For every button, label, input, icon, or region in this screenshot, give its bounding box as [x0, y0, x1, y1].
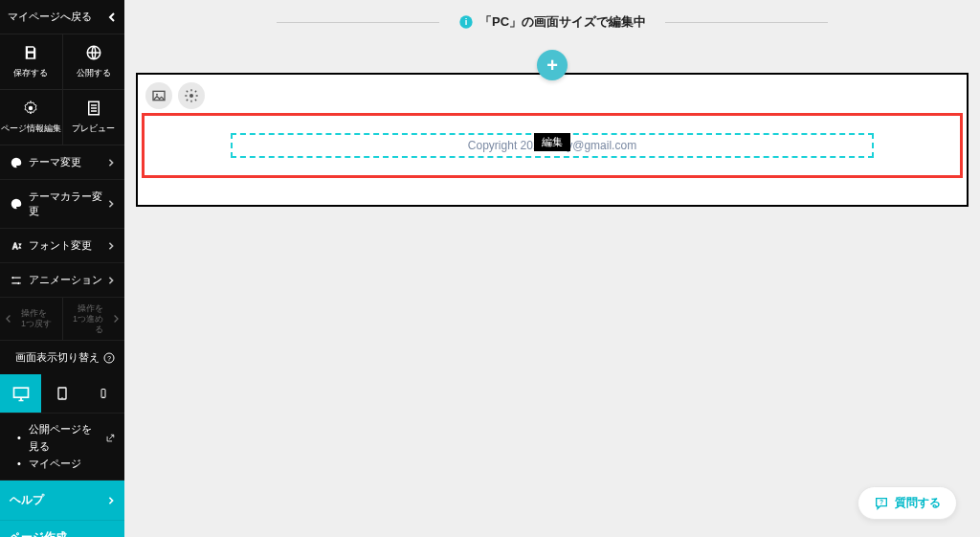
document-icon — [85, 100, 102, 117]
canvas-frame: + 編集 Copyri — [136, 73, 969, 207]
image-tool-button[interactable] — [145, 82, 172, 109]
font-label: フォント変更 — [29, 238, 92, 253]
external-link-icon — [105, 434, 115, 443]
svg-text:i: i — [465, 17, 468, 27]
chevron-right-icon — [107, 276, 115, 285]
help-label: ヘルプ — [10, 492, 44, 508]
pageinfo-button[interactable]: ページ情報編集 — [0, 90, 62, 145]
theme-color-label: テーマカラー変更 — [29, 190, 107, 218]
info-icon: i — [458, 14, 474, 30]
theme-row[interactable]: テーマ変更 — [0, 145, 124, 180]
font-icon — [10, 239, 23, 253]
block-toolbar — [145, 82, 205, 109]
undo-line2: 1つ戻す — [21, 319, 52, 328]
edit-chip[interactable]: 編集 — [534, 133, 570, 151]
chat-icon: ? — [874, 496, 889, 511]
animation-row[interactable]: アニメーション — [0, 263, 124, 298]
link-mypage-label: マイページ — [29, 456, 81, 473]
palette-icon — [10, 156, 23, 169]
theme-color-row[interactable]: テーマカラー変更 — [0, 180, 124, 229]
settings-tool-button[interactable] — [178, 82, 205, 109]
pageinfo-label: ページ情報編集 — [1, 123, 61, 135]
font-row[interactable]: フォント変更 — [0, 229, 124, 263]
animation-label: アニメーション — [29, 273, 102, 287]
svg-point-1 — [29, 106, 33, 111]
back-to-mypage[interactable]: マイページへ戻る — [0, 0, 124, 34]
svg-text:?: ? — [880, 498, 883, 504]
redo-line2: 1つ進める — [73, 314, 103, 334]
selected-block[interactable]: 編集 Copyright 2023 adily@gmail.com — [142, 113, 963, 178]
consult-line1: ページ作成 — [10, 530, 67, 537]
globe-icon — [85, 44, 102, 61]
topbar: i 「PC」の画面サイズで編集中 — [124, 0, 980, 44]
tablet-icon — [55, 384, 70, 403]
editable-text-region[interactable]: 編集 Copyright 2023 adily@gmail.com — [231, 133, 874, 158]
back-label: マイページへ戻る — [8, 10, 92, 24]
rule-right — [665, 22, 828, 23]
ask-question-button[interactable]: ? 質問する — [858, 486, 957, 520]
save-button[interactable]: 保存する — [0, 34, 62, 89]
redo-line1: 操作を — [78, 303, 103, 313]
svg-rect-7 — [13, 389, 28, 398]
sliders-icon — [10, 274, 23, 287]
undo-redo-row: 操作を 1つ戻す 操作を 1つ進める — [0, 298, 124, 341]
help-circle-icon[interactable]: ? — [103, 352, 115, 364]
chevron-left-icon — [107, 12, 117, 22]
svg-point-16 — [189, 94, 193, 98]
display-toggle-label: 画面表示切り替え — [15, 350, 100, 365]
link-published-label: 公開ページを見る — [29, 421, 101, 455]
svg-point-3 — [11, 276, 13, 278]
link-published-page[interactable]: 公開ページを見る — [17, 421, 115, 455]
link-mypage[interactable]: マイページ — [17, 456, 115, 473]
device-switcher — [0, 374, 124, 414]
palette-icon — [10, 197, 23, 211]
undo-line1: 操作を — [21, 308, 47, 318]
sidebar: マイページへ戻る 保存する 公開する — [0, 0, 124, 537]
add-block-button[interactable]: + — [537, 50, 568, 80]
publish-label: 公開する — [77, 67, 111, 79]
device-desktop[interactable] — [0, 374, 41, 413]
display-toggle-heading: 画面表示切り替え ? — [0, 341, 124, 374]
svg-point-9 — [61, 397, 62, 398]
pageinfo-preview-row: ページ情報編集 プレビュー — [0, 90, 124, 145]
desktop-icon — [11, 384, 31, 403]
svg-point-11 — [103, 396, 104, 397]
rule-left — [277, 22, 439, 23]
save-icon — [22, 44, 39, 61]
chevron-right-icon — [107, 158, 115, 168]
consult-section[interactable]: ページ作成 無料個別相談 — [0, 521, 124, 537]
gear-icon — [184, 88, 199, 103]
device-tablet[interactable] — [41, 374, 82, 413]
save-publish-row: 保存する 公開する — [0, 34, 124, 90]
main-area: i 「PC」の画面サイズで編集中 + — [124, 0, 980, 537]
topbar-message: 「PC」の画面サイズで編集中 — [479, 13, 646, 31]
quick-links: 公開ページを見る マイページ — [0, 414, 124, 481]
mobile-icon — [98, 384, 109, 403]
publish-button[interactable]: 公開する — [62, 34, 125, 89]
edit-chip-label: 編集 — [542, 136, 563, 147]
theme-label: テーマ変更 — [29, 155, 81, 169]
undo-icon — [4, 312, 17, 325]
redo-button[interactable]: 操作を 1つ進める — [62, 298, 125, 340]
preview-button[interactable]: プレビュー — [62, 90, 125, 145]
plus-icon: + — [546, 55, 558, 77]
ask-label: 質問する — [895, 495, 941, 511]
chevron-right-icon — [107, 496, 115, 505]
undo-button[interactable]: 操作を 1つ戻す — [0, 298, 62, 340]
device-mobile[interactable] — [83, 374, 124, 413]
chevron-right-icon — [107, 241, 115, 251]
chevron-right-icon — [107, 199, 115, 209]
preview-label: プレビュー — [72, 123, 115, 135]
svg-point-15 — [156, 94, 158, 96]
image-icon — [151, 88, 167, 103]
svg-text:?: ? — [107, 354, 111, 361]
save-label: 保存する — [13, 67, 48, 79]
redo-icon — [107, 312, 121, 325]
gear-icon — [22, 100, 39, 117]
help-section[interactable]: ヘルプ — [0, 481, 124, 521]
svg-point-4 — [17, 281, 19, 283]
